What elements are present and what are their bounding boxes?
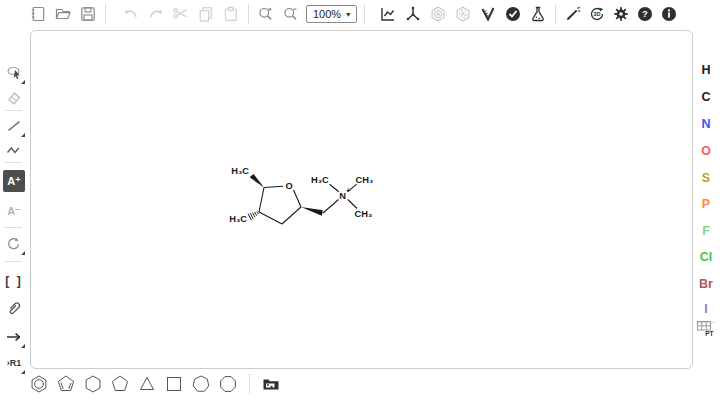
layout-button[interactable] (376, 2, 400, 26)
single-bond-tool[interactable] (3, 115, 25, 137)
atom-C-button[interactable]: C (692, 90, 720, 104)
layout-icon (379, 5, 397, 23)
about-button[interactable] (657, 2, 681, 26)
template-cycloheptane-button[interactable] (190, 373, 212, 395)
drawing-canvas[interactable]: H₃C O H₃C N + H₃C CH₃ CH₃ (30, 30, 693, 369)
atom-S-button[interactable]: S (692, 171, 720, 185)
rgroup-glyph: ›R1 (7, 358, 22, 368)
bond-n-methyl-bottom[interactable] (348, 200, 357, 209)
copy-icon (197, 5, 215, 23)
save-button[interactable] (76, 2, 100, 26)
atom-label-methyl-c5[interactable]: H₃C (231, 166, 249, 176)
viewer-3d-button[interactable]: 3D (585, 2, 609, 26)
divider (248, 4, 249, 24)
file-group (26, 2, 100, 26)
edit-group (119, 2, 243, 26)
erase-tool[interactable] (3, 87, 25, 109)
clear-canvas-button[interactable] (26, 2, 50, 26)
chain-tool[interactable] (3, 139, 25, 161)
aromatize-button[interactable]: A (426, 2, 450, 26)
zoom-out-icon (282, 5, 300, 23)
check-structure-button[interactable] (501, 2, 525, 26)
bond-c4-c5[interactable] (259, 188, 264, 213)
save-floppy-icon (79, 5, 97, 23)
cyclohexane-icon (82, 373, 104, 395)
dearomatize-button[interactable]: A (451, 2, 475, 26)
cut-button[interactable] (169, 2, 193, 26)
calculated-values-button[interactable] (526, 2, 550, 26)
question-icon: ? (636, 5, 654, 23)
hash-bond-c4-methyl[interactable] (248, 212, 258, 221)
bond-o-c2[interactable] (294, 190, 302, 207)
atom-N-button[interactable]: N (692, 117, 720, 131)
rgroup-tool[interactable]: ›R1 (3, 352, 25, 374)
svg-text:A: A (436, 11, 441, 17)
copy-button[interactable] (194, 2, 218, 26)
sgroup-tool[interactable]: [ ] (3, 270, 25, 292)
cyclooctane-icon (217, 373, 239, 395)
open-button[interactable] (51, 2, 75, 26)
reaction-arrow-tool[interactable] (3, 326, 25, 348)
brackets-glyph: [ ] (5, 274, 22, 288)
undo-button[interactable] (119, 2, 143, 26)
template-cyclooctane-button[interactable] (217, 373, 239, 395)
settings-button[interactable] (609, 2, 633, 26)
zoom-in-button[interactable] (254, 2, 278, 26)
help-button[interactable]: ? (633, 2, 657, 26)
atom-P-button[interactable]: P (692, 197, 720, 211)
svg-text:?: ? (642, 8, 648, 19)
template-cyclopentadiene-button[interactable] (55, 373, 77, 395)
periodic-table-button[interactable]: PT (695, 318, 717, 340)
sketch-mode-button[interactable] (561, 2, 585, 26)
atom-label-oxygen[interactable]: O (285, 181, 292, 191)
divider (249, 374, 250, 394)
atom-label-nitrogen[interactable]: N (339, 191, 346, 201)
wedge-bond-c2-ch2[interactable] (301, 207, 323, 216)
attachment-point-tool[interactable] (3, 297, 25, 319)
gear-icon (612, 5, 630, 23)
atom-label-n-methyl-bottom[interactable]: CH₃ (355, 209, 373, 219)
atom-O-button[interactable]: O (692, 144, 720, 158)
atom-I-button[interactable]: I (692, 302, 720, 316)
template-benzene-button[interactable] (28, 373, 50, 395)
flask-icon (529, 5, 547, 23)
zoom-out-button[interactable] (279, 2, 303, 26)
template-cyclobutane-button[interactable] (163, 373, 185, 395)
atom-Cl-button[interactable]: Cl (692, 250, 720, 264)
template-cyclopropane-button[interactable] (136, 373, 158, 395)
template-cyclopentane-button[interactable] (109, 373, 131, 395)
template-library-button[interactable] (260, 373, 282, 395)
wedge-bond-c5-methyl[interactable] (250, 174, 264, 188)
divider (5, 261, 22, 262)
clean-up-button[interactable] (401, 2, 425, 26)
flyout-corner (21, 370, 25, 374)
atom-label-n-methyl-left[interactable]: H₃C (311, 175, 329, 185)
periodic-table-icon: PT (695, 318, 717, 340)
select-lasso-tool[interactable] (3, 62, 25, 84)
atom-Br-button[interactable]: Br (692, 277, 720, 291)
paste-button[interactable] (219, 2, 243, 26)
bond-c2-c3[interactable] (282, 207, 301, 224)
bond-n-methyl-left[interactable] (330, 184, 339, 192)
atom-F-button[interactable]: F (692, 224, 720, 238)
atom-label-methyl-c4[interactable]: H₃C (229, 214, 247, 224)
atom-label-n-methyl-right[interactable]: CH₃ (356, 175, 374, 185)
zoom-level-select[interactable]: 100% ▾ (306, 5, 357, 23)
calculate-cip-button[interactable] (476, 2, 500, 26)
periodic-table-label: PT (705, 330, 713, 337)
bond-ch2-n[interactable] (323, 200, 339, 214)
atom-H-button[interactable]: H (692, 63, 720, 77)
molecule-structure[interactable]: H₃C O H₃C N + H₃C CH₃ CH₃ (201, 141, 401, 241)
charge-plus-tool[interactable]: A⁺ (3, 170, 25, 192)
zoom-group: 100% ▾ (254, 2, 359, 26)
top-toolbar: 100% ▾ (26, 1, 681, 27)
check-circle-icon (504, 5, 522, 23)
bond-c3-c4[interactable] (259, 212, 282, 224)
divider (364, 4, 365, 24)
redo-button[interactable] (144, 2, 168, 26)
rotate-tool[interactable] (3, 233, 25, 255)
bond-c5-o[interactable] (264, 186, 283, 187)
template-cyclohexane-button[interactable] (82, 373, 104, 395)
flyout-corner (21, 344, 25, 348)
charge-minus-tool[interactable]: A⁻ (3, 200, 25, 222)
